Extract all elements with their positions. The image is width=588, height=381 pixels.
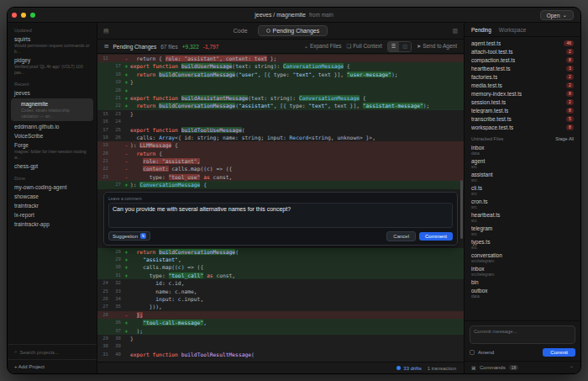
diff-line[interactable]: 20+	[97, 87, 464, 94]
pending-file-row[interactable]: factories.ts2	[465, 72, 580, 81]
sidebar-item-traintrackr[interactable]: traintrackr	[8, 201, 97, 210]
sidebar-item-chess-gpt[interactable]: chess-gpt	[8, 161, 97, 171]
pending-file-row[interactable]: session.test.ts2	[465, 98, 580, 106]
search-projects[interactable]: ⌕ Search projects...	[8, 344, 97, 359]
diff-line[interactable]: 20- return {	[97, 150, 464, 157]
sidebar-item-magnemite[interactable]: magnemiteCodex: steam relationship valid…	[11, 98, 93, 121]
sidebar-item-eddmann.github.io[interactable]: eddmann.github.io	[8, 122, 97, 131]
diff-line[interactable]: 2533 name: c.name,	[97, 288, 464, 295]
pending-file-row[interactable]: workspace.test.ts8	[465, 123, 580, 131]
sidebar-item-pidgey[interactable]: pidgeyVerified prod 'QL 4h ago' (VOLT) 1…	[8, 56, 97, 77]
send-to-agent-button[interactable]: ➤ Send to Agent	[417, 43, 457, 50]
diff-line[interactable]: 28- };	[97, 311, 464, 319]
pending-file-row[interactable]: transcribe.test.ts5	[465, 114, 580, 123]
diff-line[interactable]: 2432 id: c.id,	[97, 279, 464, 287]
diff-line[interactable]: 2938}	[97, 335, 464, 342]
diff-line[interactable]: 2735 })),	[97, 303, 464, 310]
comment-submit-button[interactable]: Comment	[419, 232, 453, 241]
diff-line[interactable]: 17+export function buildUserMessage(text…	[97, 62, 464, 70]
tab-code[interactable]: Code	[234, 28, 248, 34]
untracked-file-row[interactable]: agentsrc	[465, 156, 580, 170]
diff-line[interactable]: 28+ return buildConversationMessage(	[97, 248, 464, 256]
untracked-file-row[interactable]: inboxsrc/telegram	[465, 264, 580, 278]
sidebar-item-traintrackr-app[interactable]: traintrackr-app	[8, 220, 97, 229]
untracked-file-row[interactable]: cli.tssrc	[465, 183, 580, 197]
diff-line[interactable]: 30+ calls.map((c) => ({	[97, 263, 464, 271]
diff-line[interactable]: 12- return { role: "assistant", content:…	[97, 55, 464, 62]
cancel-button[interactable]: Cancel	[386, 231, 416, 241]
expand-files-button[interactable]: ⌄ Expand Files	[304, 43, 342, 50]
diff-line[interactable]: 19+}	[97, 78, 464, 86]
untracked-file-row[interactable]: cron.tssrc	[465, 197, 580, 210]
tab-pending[interactable]: Pending	[471, 27, 491, 33]
diff-line[interactable]: 2634 input: c.input,	[97, 295, 464, 303]
drifts-indicator[interactable]: 33 drifts	[396, 366, 421, 371]
untracked-file-row[interactable]: inboxdata	[465, 143, 580, 156]
add-project-button[interactable]: + Add Project	[8, 359, 97, 373]
diff-line[interactable]: 1624	[97, 118, 464, 125]
sidebar-item-squirts[interactable]: squirtsWould permission request commands…	[8, 34, 97, 56]
diff-line[interactable]: 1523}	[97, 110, 464, 118]
pending-file-row[interactable]: agent.test.ts46	[465, 39, 580, 47]
stage-all-button[interactable]: Stage All	[555, 136, 574, 141]
diff-line[interactable]: 29+ "assistant",	[97, 256, 464, 263]
open-button[interactable]: Open⌄	[540, 10, 574, 20]
amend-checkbox[interactable]	[470, 350, 475, 355]
untracked-file-row[interactable]: assistantsrc	[465, 170, 580, 183]
comment-input[interactable]: Can you provide me with several alternat…	[108, 203, 453, 228]
tab-workspace[interactable]: Workspace	[499, 27, 526, 33]
panel-left-icon[interactable]: ▤	[103, 28, 109, 34]
pending-file-row[interactable]: attach-tool.test.ts2	[465, 47, 580, 56]
untracked-file-row[interactable]: outboxdata	[465, 286, 580, 299]
diff-line[interactable]: 1725export function buildToolUseMessage(	[97, 126, 464, 134]
unified-view-toggle[interactable]: ☰	[388, 42, 399, 51]
diff-line[interactable]: 21+export function buildAssistantMessage…	[97, 94, 464, 102]
untracked-file-row[interactable]: heartbeat.tssrc	[465, 210, 580, 224]
commit-button[interactable]: Commit	[543, 348, 575, 357]
diff-line[interactable]: 19-): LLMMessage {	[97, 141, 464, 149]
pending-file-row[interactable]: media.test.ts2	[465, 81, 580, 89]
transactions-indicator[interactable]: 1 transaction	[428, 366, 456, 371]
untracked-file-row[interactable]: bin	[465, 278, 580, 286]
diff-line[interactable]: 22- content: calls.map((c) => ({	[97, 165, 464, 172]
sidebar-item-showcase[interactable]: showcase	[8, 192, 97, 201]
suggestion-select[interactable]: Suggestion ⇅	[108, 231, 150, 241]
diff-line[interactable]: 1826 calls: Array<{ id: string; name: st…	[97, 134, 464, 141]
diff-line[interactable]: 23- type: "tool_use" as const,	[97, 173, 464, 181]
diff-line[interactable]: 36+ "tool-call-message",	[97, 319, 464, 326]
sidebar-item-my-own-coding-agent[interactable]: my-own-coding-agent	[8, 183, 97, 192]
lines-removed: -1,797	[203, 44, 218, 50]
change-count-badge: 8	[566, 91, 574, 97]
changes-tabbar: Pending Workspace	[465, 23, 580, 37]
untracked-file-row[interactable]: telegramsrc	[465, 224, 580, 237]
app-window: jeeves / magnemitefrom main Open⌄ Update…	[7, 7, 581, 374]
untracked-file-row[interactable]: conversationsrc/telegram	[465, 251, 580, 264]
diff-line[interactable]: 37+ );	[97, 327, 464, 335]
commands-row[interactable]: ⌘ Commands 18 ⌃	[465, 361, 580, 373]
sidebar-item-VoiceScribe[interactable]: VoiceScribe	[8, 131, 97, 140]
sidebar-item-lx-report[interactable]: lx-report	[8, 210, 97, 220]
commit-message-input[interactable]: Commit message...	[470, 325, 575, 344]
untracked-file-row[interactable]: types.tssrc	[465, 237, 580, 251]
diff-line[interactable]: 27+): ConversationMessage {	[97, 181, 464, 188]
diff-line[interactable]: 3039	[97, 342, 464, 350]
pending-file-row[interactable]: telegram.test.ts8	[465, 106, 580, 114]
diff-line[interactable]: 3140export function buildToolResultMessa…	[97, 351, 464, 358]
sidebar-item-jeeves[interactable]: jeeves	[8, 88, 97, 98]
scrollbar-thumb[interactable]	[460, 180, 463, 239]
sidebar-item-Forge[interactable]: Forgemagnet: folder for inter-session ro…	[8, 140, 97, 161]
pending-file-row[interactable]: heartbeat.test.ts3	[465, 64, 580, 72]
pending-file-row[interactable]: compaction.test.ts8	[465, 56, 580, 64]
pending-file-row[interactable]: memory-index.test.ts8	[465, 89, 580, 98]
tab-pending-changes[interactable]: Pending Changes	[258, 25, 328, 36]
close-icon[interactable]	[12, 13, 17, 18]
split-view-toggle[interactable]: ◫	[399, 42, 411, 51]
full-context-button[interactable]: ❏ Full Context	[347, 43, 382, 50]
diff-line[interactable]: 21- role: "assistant",	[97, 157, 464, 165]
minimize-icon[interactable]	[21, 13, 26, 18]
diff-line[interactable]: 31+ type: "tool_call" as const,	[97, 272, 464, 279]
diff-line[interactable]: 18+ return buildConversationMessage("use…	[97, 71, 464, 78]
panel-right-icon[interactable]: ▥	[452, 28, 458, 34]
zoom-icon[interactable]	[30, 13, 35, 18]
diff-line[interactable]: 22+ return buildConversationMessage("ass…	[97, 102, 464, 109]
